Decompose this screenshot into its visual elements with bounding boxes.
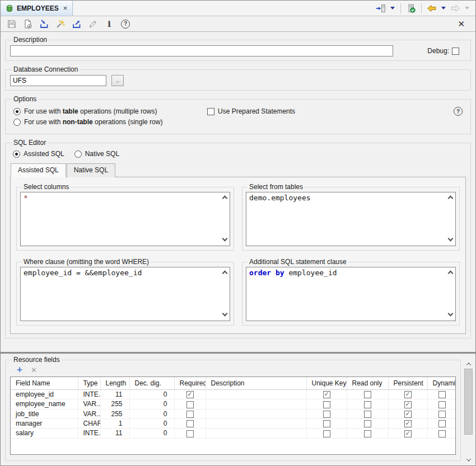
cell-checkbox-required[interactable] — [186, 401, 194, 408]
column-header-persistent[interactable]: Persistent — [388, 377, 427, 390]
cell-checkbox-dynamic[interactable] — [438, 401, 446, 408]
radio-non-table-operations[interactable]: For use with non-table operations (singl… — [13, 118, 465, 126]
tab-native-sql[interactable]: Native SQL — [67, 163, 115, 177]
radio-native-sql-label: Native SQL — [85, 150, 119, 158]
validate-document-icon[interactable] — [22, 18, 34, 30]
browse-connection-button[interactable]: .. — [111, 75, 124, 86]
vertical-scrollbar[interactable] — [464, 360, 473, 464]
column-header-type[interactable]: Type — [78, 377, 100, 390]
tab-bar-toolbar — [375, 1, 475, 16]
scroll-up-icon[interactable] — [222, 196, 228, 201]
cell-checkbox-unique_key[interactable] — [323, 430, 330, 437]
tab-assisted-sql[interactable]: Assisted SQL — [11, 163, 66, 177]
scroll-up-icon[interactable] — [464, 360, 473, 368]
import-icon[interactable] — [38, 18, 50, 30]
export-icon[interactable] — [71, 18, 83, 30]
column-header-dec_dig[interactable]: Dec. dig. — [129, 377, 174, 390]
help-icon[interactable]: ? — [119, 18, 132, 30]
assisted-sql-panel: Select columns * Select from tables demo… — [10, 177, 466, 334]
cell-checkbox-read_only[interactable] — [364, 401, 371, 408]
cell-checkbox-unique_key[interactable] — [323, 420, 330, 427]
where-clause-editor[interactable]: employee_id = &&employee_id — [20, 267, 230, 321]
table-row[interactable]: salaryINTE...110 — [11, 429, 456, 438]
service-editor-window: EMPLOYEES × — [0, 0, 476, 466]
radio-native-sql[interactable]: Native SQL — [74, 150, 119, 158]
scroll-down-icon[interactable] — [222, 311, 228, 317]
database-connection-input[interactable] — [10, 75, 106, 86]
prepared-statements-checkbox[interactable] — [207, 108, 214, 115]
column-header-unique_key[interactable]: Unique Key — [306, 377, 347, 390]
resource-fields-group-label: Resource fields — [12, 356, 62, 364]
forward-history-dropdown-icon[interactable] — [465, 7, 469, 10]
options-help-icon[interactable]: ? — [454, 107, 463, 116]
column-header-dynamic[interactable]: Dynami... — [427, 377, 456, 390]
additional-clause-editor[interactable]: order by employee_id — [246, 267, 456, 321]
cell-unique_key — [306, 418, 347, 428]
close-editor-icon[interactable]: ✕ — [458, 20, 465, 28]
database-connection-group-label: Database Connection — [12, 65, 80, 73]
column-header-length[interactable]: Length — [100, 377, 129, 390]
table-row[interactable]: employee_nameVAR...2550 — [11, 399, 456, 409]
forward-icon[interactable] — [449, 2, 461, 15]
select-columns-editor[interactable]: * — [20, 192, 230, 246]
description-input[interactable] — [10, 45, 393, 57]
cell-checkbox-read_only[interactable] — [364, 420, 371, 427]
scroll-down-icon[interactable] — [464, 455, 473, 464]
scroll-down-icon[interactable] — [222, 236, 228, 242]
cell-checkbox-required[interactable] — [186, 430, 194, 437]
tab-close-icon[interactable]: × — [63, 4, 68, 12]
push-to-server-icon[interactable] — [375, 2, 387, 15]
scroll-down-icon[interactable] — [448, 236, 454, 242]
back-history-dropdown-icon[interactable] — [441, 7, 446, 10]
cell-checkbox-persistent[interactable] — [404, 391, 412, 398]
cell-checkbox-dynamic[interactable] — [438, 430, 446, 437]
cell-checkbox-dynamic[interactable] — [438, 420, 446, 427]
cell-checkbox-read_only[interactable] — [364, 430, 371, 437]
cell-checkbox-required[interactable] — [186, 411, 194, 418]
delete-field-button[interactable]: ✕ — [31, 366, 37, 374]
select-from-tables-editor[interactable]: demo.employees — [246, 192, 456, 246]
table-row[interactable]: job_titleVAR...2550 — [11, 409, 456, 418]
column-header-field_name[interactable]: Field Name — [11, 377, 78, 390]
additional-clause-label: Additional SQL statement clause — [248, 258, 348, 266]
cell-unique_key — [306, 399, 347, 409]
cell-checkbox-persistent[interactable] — [404, 430, 412, 437]
cell-checkbox-unique_key[interactable] — [323, 391, 330, 398]
save-icon[interactable] — [6, 18, 18, 30]
cell-checkbox-required[interactable] — [186, 420, 194, 427]
cell-checkbox-read_only[interactable] — [364, 411, 371, 418]
cell-checkbox-dynamic[interactable] — [438, 411, 446, 418]
scroll-up-icon[interactable] — [448, 196, 454, 201]
scroll-down-icon[interactable] — [448, 311, 454, 317]
table-row[interactable]: employee_idINTE...110 — [11, 390, 456, 399]
scrollbar-thumb[interactable] — [464, 369, 473, 435]
radio-assisted-sql[interactable]: Assisted SQL — [13, 150, 64, 158]
cell-checkbox-persistent[interactable] — [404, 401, 412, 408]
tab-employees[interactable]: EMPLOYEES × — [1, 1, 73, 16]
table-row[interactable]: managerCHAR10 — [11, 418, 456, 428]
column-header-required[interactable]: Required — [174, 377, 206, 390]
cell-checkbox-persistent[interactable] — [404, 411, 412, 418]
server-online-icon[interactable] — [405, 2, 417, 15]
cell-checkbox-required[interactable] — [186, 391, 194, 398]
cell-dynamic — [427, 429, 456, 438]
scroll-up-icon[interactable] — [222, 271, 228, 276]
cell-checkbox-dynamic[interactable] — [438, 391, 446, 398]
cell-checkbox-persistent[interactable] — [404, 420, 412, 427]
edit-icon[interactable] — [87, 18, 99, 30]
use-prepared-statements[interactable]: Use Prepared Statements — [207, 107, 295, 115]
cell-checkbox-unique_key[interactable] — [323, 401, 330, 408]
info-icon[interactable]: i — [103, 18, 115, 30]
push-to-server-dropdown-icon[interactable] — [390, 7, 395, 10]
add-field-button[interactable]: + — [17, 366, 22, 374]
debug-checkbox[interactable] — [452, 48, 459, 55]
cell-dec_dig: 0 — [129, 429, 174, 438]
back-icon[interactable] — [426, 2, 438, 15]
scroll-up-icon[interactable] — [448, 271, 454, 276]
wizard-icon[interactable] — [54, 18, 67, 30]
column-header-read_only[interactable]: Read only — [347, 377, 388, 390]
cell-field_name: employee_name — [11, 399, 78, 409]
cell-checkbox-unique_key[interactable] — [323, 411, 330, 418]
cell-checkbox-read_only[interactable] — [364, 391, 371, 398]
column-header-description[interactable]: Description — [206, 377, 306, 390]
